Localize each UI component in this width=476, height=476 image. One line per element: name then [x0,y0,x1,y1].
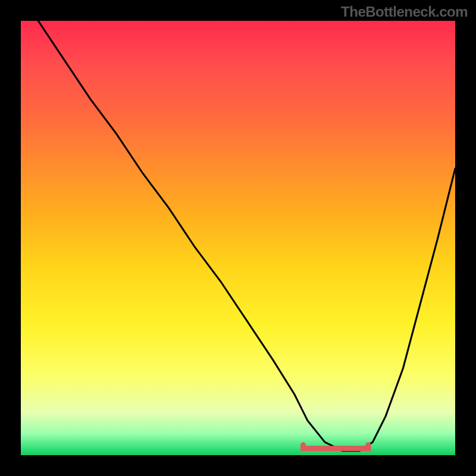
optimal-range-marker [21,21,455,455]
plot-frame [21,21,455,455]
chart-container: TheBottleneck.com [0,0,476,476]
watermark-text: TheBottleneck.com [341,4,468,20]
